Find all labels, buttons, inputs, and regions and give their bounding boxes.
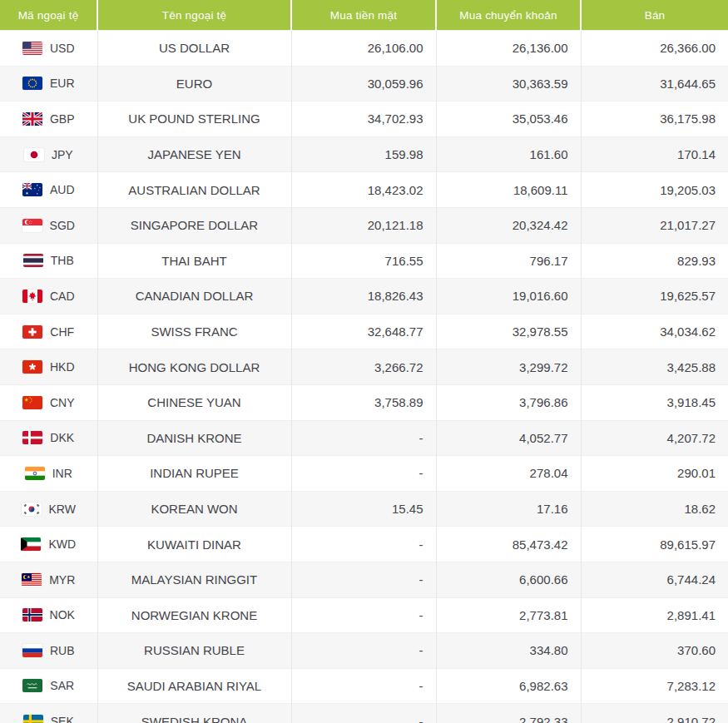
currency-name-cell: CHINESE YUAN (97, 384, 291, 420)
exchange-rate-panel: Mã ngoại tệ Tên ngoại tệ Mua tiền mặt Mu… (0, 0, 728, 723)
currency-name-cell: US DOLLAR (97, 31, 291, 67)
sar-flag-icon (22, 679, 42, 692)
table-row: SGD SINGAPORE DOLLAR 20,121.18 20,324.42… (0, 207, 728, 243)
sell-cell: 829.93 (581, 243, 728, 279)
dkk-flag-icon (22, 431, 42, 444)
sell-cell: 170.14 (581, 136, 728, 172)
transfer-buy-cell: 26,136.00 (436, 31, 581, 67)
currency-name-cell: INDIAN RUPEE (97, 456, 291, 492)
header-currency-name: Tên ngoại tệ (97, 0, 291, 31)
currency-code-cell: INR (0, 456, 97, 492)
currency-code-cell: EUR (0, 66, 97, 102)
eur-flag-icon (22, 77, 42, 90)
currency-code-cell: KWD (0, 527, 97, 562)
table-row: JPY JAPANESE YEN 159.98 161.60 170.14 (0, 136, 728, 172)
currency-name-cell: DANISH KRONE (97, 420, 291, 456)
transfer-buy-cell: 4,052.77 (436, 420, 581, 456)
currency-code: SGD (50, 219, 75, 232)
cash-buy-cell: 3,758.89 (291, 384, 436, 420)
cash-buy-cell: 26,106.00 (291, 31, 436, 67)
currency-name-cell: CANADIAN DOLLAR (97, 279, 291, 314)
currency-name-cell: JAPANESE YEN (97, 136, 291, 172)
sell-cell: 31,644.65 (581, 66, 728, 102)
cash-buy-cell: - (291, 668, 436, 704)
sell-cell: 26,366.00 (581, 31, 728, 67)
cny-flag-icon (22, 396, 42, 409)
currency-code-cell: SGD (0, 207, 97, 243)
sell-cell: 7,283.12 (581, 668, 728, 704)
table-header: Mã ngoại tệ Tên ngoại tệ Mua tiền mặt Mu… (0, 0, 728, 31)
header-transfer-buy: Mua chuyển khoản (436, 0, 581, 31)
table-body: USD US DOLLAR 26,106.00 26,136.00 26,366… (0, 31, 728, 723)
currency-code: MYR (49, 573, 75, 587)
transfer-buy-cell: 3,796.86 (436, 384, 581, 420)
usd-flag-icon (22, 42, 42, 55)
currency-name-cell: SAUDI ARABIAN RIYAL (97, 668, 291, 704)
currency-code-cell: NOK (0, 597, 97, 633)
table-row: DKK DANISH KRONE - 4,052.77 4,207.72 (0, 420, 728, 456)
currency-code: JPY (52, 148, 73, 161)
cash-buy-cell: - (291, 633, 436, 669)
transfer-buy-cell: 161.60 (436, 136, 581, 172)
currency-name-cell: KOREAN WON (97, 491, 291, 527)
header-cash-buy: Mua tiền mặt (291, 0, 436, 31)
transfer-buy-cell: 17.16 (436, 491, 581, 527)
inr-flag-icon (25, 467, 45, 480)
cash-buy-cell: 30,059.96 (291, 66, 436, 102)
currency-name-cell: MALAYSIAN RINGGIT (97, 562, 291, 597)
cash-buy-cell: 20,121.18 (291, 207, 436, 243)
transfer-buy-cell: 6,600.66 (436, 562, 581, 597)
sell-cell: 19,625.57 (581, 279, 728, 314)
table-row: INR INDIAN RUPEE - 278.04 290.01 (0, 456, 728, 492)
currency-code: HKD (50, 360, 75, 374)
currency-code: KWD (48, 537, 76, 551)
currency-code: USD (50, 42, 75, 55)
currency-code: EUR (50, 77, 75, 90)
currency-name-cell: THAI BAHT (97, 243, 291, 279)
currency-code: INR (52, 467, 72, 480)
sell-cell: 89,615.97 (581, 527, 728, 562)
header-sell: Bán (581, 0, 728, 31)
currency-code: CHF (50, 325, 74, 339)
sell-cell: 19,205.03 (581, 172, 728, 208)
cash-buy-cell: - (291, 420, 436, 456)
currency-code: SAR (50, 679, 74, 692)
jpy-flag-icon (24, 148, 44, 161)
table-row: NOK NORWEGIAN KRONE - 2,773.81 2,891.41 (0, 597, 728, 633)
currency-code: CNY (50, 396, 75, 409)
cash-buy-cell: 3,266.72 (291, 349, 436, 385)
transfer-buy-cell: 19,016.60 (436, 279, 581, 314)
rub-flag-icon (22, 644, 42, 657)
currency-name-cell: EURO (97, 66, 291, 102)
currency-code: DKK (50, 431, 74, 444)
currency-rate-table: Mã ngoại tệ Tên ngoại tệ Mua tiền mặt Mu… (0, 0, 728, 723)
currency-code-cell: JPY (0, 136, 97, 172)
myr-flag-icon (22, 573, 42, 587)
table-row: RUB RUSSIAN RUBLE - 334.80 370.60 (0, 633, 728, 669)
currency-name-cell: SWEDISH KRONA (97, 704, 291, 723)
nok-flag-icon (22, 608, 42, 621)
sell-cell: 3,918.45 (581, 384, 728, 420)
sell-cell: 36,175.98 (581, 102, 728, 137)
currency-name-cell: NORWEGIAN KRONE (97, 597, 291, 633)
currency-code-cell: CAD (0, 279, 97, 314)
table-row: THB THAI BAHT 716.55 796.17 829.93 (0, 243, 728, 279)
currency-code-cell: THB (0, 243, 97, 279)
currency-code-cell: HKD (0, 349, 97, 385)
chf-flag-icon (22, 325, 42, 339)
currency-code-cell: SAR (0, 668, 97, 704)
table-row: KRW KOREAN WON 15.45 17.16 18.62 (0, 491, 728, 527)
currency-code-cell: SEK (0, 704, 97, 723)
table-row: MYR MALAYSIAN RINGGIT - 6,600.66 6,744.2… (0, 562, 728, 597)
currency-code-cell: USD (0, 31, 97, 67)
currency-name-cell: RUSSIAN RUBLE (97, 633, 291, 669)
currency-code: CAD (50, 290, 75, 303)
currency-name-cell: SINGAPORE DOLLAR (97, 207, 291, 243)
sell-cell: 2,891.41 (581, 597, 728, 633)
cash-buy-cell: - (291, 562, 436, 597)
header-currency-code: Mã ngoại tệ (0, 0, 97, 31)
transfer-buy-cell: 35,053.46 (436, 102, 581, 137)
currency-code-cell: AUD (0, 172, 97, 208)
cash-buy-cell: 32,648.77 (291, 314, 436, 349)
currency-code: RUB (50, 644, 75, 657)
